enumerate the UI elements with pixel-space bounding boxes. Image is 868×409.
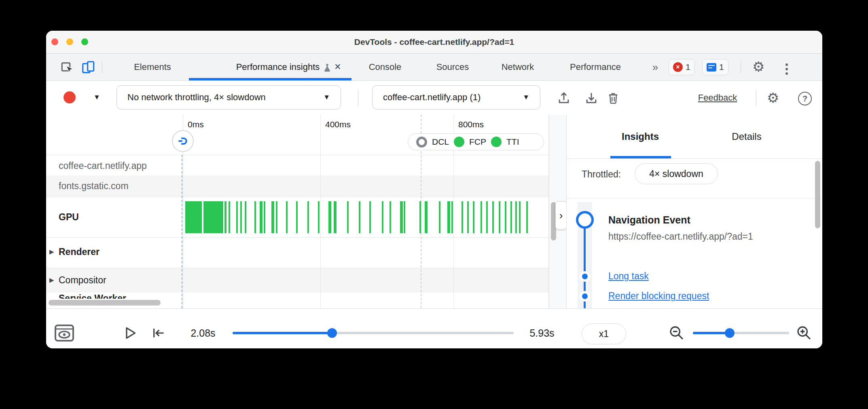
- divider: [567, 158, 822, 159]
- gpu-activity-bar: [245, 201, 246, 233]
- zoom-out-icon[interactable]: [668, 325, 685, 342]
- playhead-slider-fill: [233, 332, 332, 334]
- record-options-caret-icon[interactable]: ▼: [93, 93, 100, 101]
- tti-marker-icon: [491, 137, 502, 147]
- gpu-activity-bar: [447, 201, 450, 233]
- upload-trace-icon[interactable]: [556, 90, 572, 106]
- collapse-panel-button[interactable]: ›: [555, 201, 567, 230]
- play-icon[interactable]: [122, 325, 138, 341]
- gpu-activity-bar: [505, 201, 506, 233]
- expander-triangle-icon[interactable]: ▶: [49, 248, 54, 255]
- clipped-track-row: Service Worker: [46, 293, 180, 299]
- gpu-activity-bar: [425, 201, 428, 233]
- gpu-activity-bar: [519, 201, 521, 233]
- help-icon[interactable]: ?: [798, 92, 812, 105]
- markers-legend: DCL FCP TTI: [408, 133, 544, 150]
- error-count-badge[interactable]: × 1: [669, 59, 695, 75]
- divider: [46, 197, 549, 197]
- desktop-background: { "window": { "title": "DevTools - coffe…: [0, 0, 868, 409]
- gpu-activity-bar: [510, 201, 512, 233]
- zoom-in-icon[interactable]: [796, 325, 813, 342]
- divider: [46, 237, 549, 238]
- record-button[interactable]: [64, 91, 76, 103]
- navigation-event-ring-icon[interactable]: [576, 211, 594, 229]
- long-task-link[interactable]: Long task: [608, 271, 649, 282]
- tab-sources[interactable]: Sources: [436, 54, 469, 80]
- tick-label-400ms: 400ms: [325, 120, 351, 129]
- tab-console[interactable]: Console: [369, 54, 402, 80]
- divider: [567, 198, 822, 198]
- devtools-tab-bar: Elements Performance insights × Console …: [46, 54, 822, 81]
- tab-details[interactable]: Details: [732, 115, 761, 158]
- chevron-down-icon: ▼: [523, 93, 529, 101]
- tti-label: TTI: [506, 137, 519, 147]
- track-label-main-frame[interactable]: coffee-cart.netlify.app: [59, 160, 147, 171]
- navigation-marker-icon: [177, 135, 189, 147]
- current-time-label: 2.08s: [191, 327, 215, 339]
- gpu-activity-bar: [467, 201, 469, 233]
- gpu-activity-bar: [499, 201, 500, 233]
- horizontal-scrollbar[interactable]: [49, 300, 161, 306]
- throttling-select[interactable]: No network throttling, 4× slowdown ▼: [116, 85, 341, 110]
- track-label-compositor[interactable]: Compositor: [59, 275, 106, 286]
- gpu-activity-bar: [203, 201, 223, 233]
- gpu-activity-bar: [307, 201, 309, 233]
- expander-triangle-icon[interactable]: ▶: [49, 276, 54, 284]
- panel-scrollbar[interactable]: [815, 161, 820, 228]
- panel-settings-gear-icon[interactable]: ⚙: [767, 91, 779, 105]
- gpu-activity-bar: [451, 201, 453, 233]
- tick-label-800ms: 800ms: [458, 120, 484, 129]
- download-trace-icon[interactable]: [583, 90, 599, 106]
- dcl-marker-icon: [416, 137, 427, 148]
- skip-to-start-icon[interactable]: [150, 325, 166, 341]
- gpu-activity-bar: [369, 201, 371, 233]
- tab-network[interactable]: Network: [502, 54, 534, 80]
- close-tab-icon[interactable]: ×: [334, 61, 341, 73]
- divider: [46, 268, 549, 268]
- issue-count: 1: [719, 62, 724, 72]
- gpu-activity-bar: [404, 201, 405, 233]
- track-label-gpu[interactable]: GPU: [59, 212, 79, 223]
- gpu-activity-bar: [390, 201, 391, 233]
- gpu-activity-bar: [526, 201, 528, 233]
- track-label-service-worker[interactable]: Service Worker: [59, 293, 126, 299]
- dcl-label: DCL: [432, 137, 449, 147]
- insights-panel: Insights Details Throttled: 4× slowdown …: [566, 115, 822, 308]
- render-blocking-dot-icon: [580, 291, 590, 301]
- divider: [102, 61, 102, 73]
- render-blocking-request-link[interactable]: Render blocking request: [608, 291, 709, 301]
- navigation-marker-badge[interactable]: [172, 130, 194, 152]
- gpu-activity-track[interactable]: [184, 201, 548, 233]
- settings-gear-icon[interactable]: ⚙: [752, 60, 764, 74]
- devtools-window: DevTools - coffee-cart.netlify.app/?ad=1…: [46, 31, 822, 348]
- feedback-link[interactable]: Feedback: [698, 93, 737, 103]
- tab-performance-insights[interactable]: Performance insights: [236, 54, 320, 80]
- message-icon: [707, 63, 716, 72]
- gpu-activity-bar: [240, 201, 242, 233]
- issues-count-badge[interactable]: 1: [702, 59, 728, 75]
- more-tabs-icon[interactable]: »: [652, 54, 658, 80]
- error-icon: ×: [673, 62, 683, 72]
- zoom-slider-thumb[interactable]: [725, 328, 735, 338]
- performance-toolbar: ▼ No network throttling, 4× slowdown ▼ c…: [46, 81, 822, 115]
- preview-screenshots-icon[interactable]: [54, 324, 75, 342]
- gpu-activity-bar: [419, 201, 421, 233]
- gpu-activity-bar: [185, 201, 202, 233]
- track-label-renderer[interactable]: Renderer: [59, 247, 100, 257]
- tab-performance[interactable]: Performance: [570, 54, 621, 80]
- kebab-menu-icon[interactable]: [785, 63, 788, 75]
- tab-elements[interactable]: Elements: [134, 54, 171, 80]
- inspect-element-icon[interactable]: [60, 60, 74, 75]
- page-select[interactable]: coffee-cart.netlify.app (1) ▼: [372, 85, 540, 110]
- delete-trace-icon[interactable]: [605, 90, 621, 105]
- gpu-activity-bar: [481, 201, 482, 233]
- device-toolbar-icon[interactable]: [81, 60, 96, 75]
- tab-insights[interactable]: Insights: [622, 115, 659, 158]
- playhead-slider-thumb[interactable]: [327, 328, 337, 338]
- track-label-fonts[interactable]: fonts.gstatic.com: [59, 181, 129, 192]
- window-title: DevTools - coffee-cart.netlify.app/?ad=1: [46, 31, 822, 53]
- playback-speed-pill[interactable]: x1: [582, 323, 626, 344]
- navigation-event-url: https://coffee-cart.netlify.app/?ad=1: [608, 231, 753, 242]
- gpu-activity-bar: [276, 201, 277, 233]
- chevron-down-icon: ▼: [323, 93, 330, 101]
